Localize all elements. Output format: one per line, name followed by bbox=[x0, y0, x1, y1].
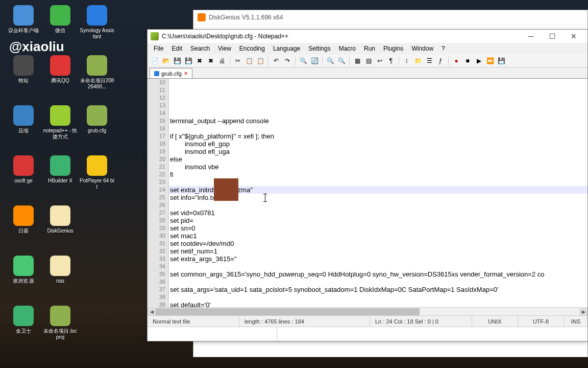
app-icon bbox=[13, 55, 34, 76]
diskgenius-titlebar[interactable]: DiskGenius V5.1.1.696 x64 bbox=[193, 10, 587, 25]
show-chars-button[interactable]: ¶ bbox=[386, 56, 396, 66]
tab-grub-cfg[interactable]: grub.cfg ✕ bbox=[150, 68, 192, 78]
zoom-in-button[interactable]: 🔍 bbox=[325, 56, 335, 66]
app-icon bbox=[50, 105, 70, 126]
menu-run[interactable]: Run bbox=[360, 44, 379, 53]
scroll-right-arrow[interactable]: ▶ bbox=[579, 308, 587, 315]
app-icon bbox=[13, 155, 34, 176]
print-button[interactable]: 🖨 bbox=[217, 56, 227, 66]
tab-close-icon[interactable]: ✕ bbox=[184, 71, 188, 76]
func-list-button[interactable]: ƒ bbox=[435, 56, 446, 66]
scroll-left-arrow[interactable]: ◀ bbox=[148, 308, 156, 315]
play-multi-button[interactable]: ⏩ bbox=[485, 56, 495, 66]
menu-encoding[interactable]: Encoding bbox=[235, 44, 269, 53]
copy-button[interactable]: 📋 bbox=[244, 56, 254, 66]
desktop-icon[interactable]: 压缩 bbox=[5, 105, 42, 155]
app-icon bbox=[87, 105, 107, 126]
window-title: C:\Users\xiaoliu\Desktop\grub.cfg - Note… bbox=[162, 33, 520, 40]
watermark: @xiaoliu bbox=[9, 39, 64, 55]
close-file-button[interactable]: ✖ bbox=[194, 56, 205, 66]
status-mode: INS bbox=[564, 316, 587, 327]
app-icon bbox=[13, 205, 34, 226]
menu-edit[interactable]: Edit bbox=[167, 44, 186, 53]
desktop-icon[interactable]: 未命名项目.tscproj bbox=[42, 306, 79, 356]
minimize-button[interactable]: ─ bbox=[520, 30, 542, 42]
menu-macro[interactable]: Macro bbox=[335, 44, 360, 53]
desktop-icon[interactable]: PotPlayer 64 bit bbox=[79, 155, 115, 205]
app-icon bbox=[87, 55, 107, 76]
menu-plugins[interactable]: Plugins bbox=[379, 44, 407, 53]
undo-button[interactable]: ↶ bbox=[271, 56, 281, 66]
sync-v-button[interactable]: ▦ bbox=[352, 56, 362, 66]
desktop-icon[interactable]: 速浏览 器 bbox=[5, 256, 42, 306]
menu-settings[interactable]: Settings bbox=[304, 44, 334, 53]
desktop-icon[interactable]: HBuilder X bbox=[42, 155, 79, 205]
save-button[interactable]: 💾 bbox=[172, 56, 182, 66]
stop-button[interactable]: ■ bbox=[462, 56, 473, 66]
desktop-icon[interactable] bbox=[79, 205, 115, 256]
app-icon bbox=[13, 256, 34, 276]
horizontal-scrollbar[interactable]: ◀ ▶ bbox=[148, 307, 587, 315]
desktop-icon[interactable]: 日葵 bbox=[5, 205, 42, 256]
status-encoding: UTF-8 bbox=[518, 316, 564, 327]
play-button[interactable]: ▶ bbox=[474, 56, 484, 66]
open-file-button[interactable]: 📂 bbox=[161, 56, 171, 66]
status-filetype: Normal text file bbox=[148, 316, 239, 327]
desktop-icon[interactable]: Synology Assistant bbox=[79, 5, 115, 55]
app-icon bbox=[87, 5, 107, 26]
desktop-icon[interactable]: 全卫士 bbox=[5, 306, 42, 356]
desktop-icon[interactable]: 牧站 bbox=[5, 55, 42, 105]
app-icon bbox=[13, 306, 34, 326]
status-length: length : 4765 lines : 184 bbox=[239, 316, 370, 327]
save-all-button[interactable]: 💾 bbox=[183, 56, 193, 66]
icon-label: 未命名项目.tscproj bbox=[42, 328, 78, 340]
zoom-out-button[interactable]: 🔍 bbox=[336, 56, 347, 66]
text-cursor bbox=[265, 194, 265, 202]
diskgenius-icon bbox=[198, 13, 206, 21]
icon-label: osoft ge bbox=[14, 178, 33, 184]
redo-button[interactable]: ↷ bbox=[282, 56, 292, 66]
icon-label: 牧站 bbox=[18, 78, 29, 84]
notepadpp-titlebar[interactable]: C:\Users\xiaoliu\Desktop\grub.cfg - Note… bbox=[148, 30, 587, 43]
icon-label: notepad++ - 快捷方式 bbox=[42, 128, 78, 140]
menu-view[interactable]: View bbox=[214, 44, 235, 53]
icon-label: 压缩 bbox=[18, 128, 29, 134]
sync-h-button[interactable]: ▤ bbox=[363, 56, 374, 66]
code-content[interactable]: terminal_output --append consoleif [ x"$… bbox=[169, 79, 587, 307]
menu-?[interactable]: ? bbox=[437, 44, 449, 53]
scrollbar-thumb[interactable] bbox=[156, 308, 420, 315]
statusbar: Normal text file length : 4765 lines : 1… bbox=[148, 315, 587, 327]
desktop-icon[interactable]: nas bbox=[42, 256, 79, 306]
bottom-panel bbox=[148, 327, 587, 341]
menu-file[interactable]: File bbox=[150, 44, 167, 53]
menu-language[interactable]: Language bbox=[269, 44, 304, 53]
maximize-button[interactable]: ☐ bbox=[542, 30, 563, 42]
redacted-block bbox=[214, 178, 238, 201]
record-button[interactable]: ● bbox=[451, 56, 461, 66]
desktop-icon[interactable]: 未命名项目20826488... bbox=[79, 55, 115, 105]
menu-window[interactable]: Window bbox=[407, 44, 437, 53]
desktop-icon[interactable]: DiskGenius bbox=[42, 205, 79, 256]
icon-label: grub.cfg bbox=[88, 128, 106, 134]
find-button[interactable]: 🔍 bbox=[298, 56, 308, 66]
folder-button[interactable]: 📁 bbox=[413, 56, 423, 66]
menu-search[interactable]: Search bbox=[186, 44, 214, 53]
close-button[interactable]: ✕ bbox=[563, 30, 584, 42]
replace-button[interactable]: 🔄 bbox=[309, 56, 320, 66]
new-file-button[interactable]: 📄 bbox=[150, 56, 160, 66]
desktop-icon[interactable]: 腾讯QQ bbox=[42, 55, 79, 105]
desktop-icon[interactable]: osoft ge bbox=[5, 155, 42, 205]
save-macro-button[interactable]: 💾 bbox=[496, 56, 506, 66]
desktop-icon[interactable]: notepad++ - 快捷方式 bbox=[42, 105, 79, 155]
close-all-button[interactable]: ✖ bbox=[206, 56, 216, 66]
indent-guide-button[interactable]: ⫶ bbox=[402, 56, 412, 66]
desktop-icon[interactable] bbox=[79, 256, 115, 306]
cut-button[interactable]: ✂ bbox=[233, 56, 243, 66]
doc-map-button[interactable]: ☰ bbox=[424, 56, 434, 66]
editor-area[interactable]: 1011121314151617181920212223242526272829… bbox=[148, 79, 587, 307]
app-icon bbox=[50, 306, 70, 326]
desktop-icon[interactable]: grub.cfg bbox=[79, 105, 115, 155]
wrap-button[interactable]: ↩ bbox=[375, 56, 385, 66]
icon-label: DiskGenius bbox=[47, 228, 73, 234]
paste-button[interactable]: 📋 bbox=[255, 56, 265, 66]
